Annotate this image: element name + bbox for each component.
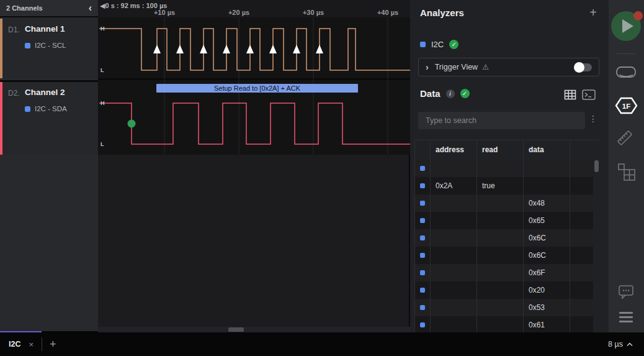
cell-extra bbox=[570, 194, 593, 212]
analyzers-title: Analyzers bbox=[420, 7, 464, 18]
column-header-address[interactable]: address bbox=[430, 140, 476, 160]
channels-header: 2 Channels ‹ bbox=[0, 0, 98, 17]
kebab-menu-icon[interactable]: ⋮ bbox=[589, 114, 597, 124]
cell-read: true bbox=[476, 177, 523, 194]
analyzer-color-icon bbox=[25, 43, 30, 48]
cell-extra bbox=[570, 247, 593, 264]
cell-extra bbox=[570, 281, 593, 299]
cell-extra bbox=[570, 212, 593, 229]
cell-read bbox=[476, 247, 523, 264]
data-section-header: Data i ✓ bbox=[420, 88, 470, 99]
run-capture-button[interactable] bbox=[611, 11, 641, 41]
timeline-tick-1: +20 µs bbox=[228, 9, 249, 16]
cell-extra bbox=[570, 299, 593, 316]
cell-data: 0x53 bbox=[523, 299, 570, 316]
toggle-knob[interactable] bbox=[574, 62, 584, 73]
expand-chevron-icon[interactable]: › bbox=[426, 63, 429, 71]
new-tab-button[interactable]: + bbox=[50, 338, 56, 351]
table-view-icon[interactable] bbox=[564, 89, 576, 100]
channel-1-id: D1. bbox=[8, 25, 20, 34]
column-header-extra bbox=[570, 140, 593, 160]
cell-addr: 0x2A bbox=[430, 177, 476, 194]
trigger-view-label: Trigger View bbox=[435, 63, 478, 71]
cell-addr bbox=[430, 281, 476, 299]
cell-addr bbox=[430, 264, 476, 281]
frame-marker-icon bbox=[420, 270, 425, 275]
cell-extra bbox=[570, 264, 593, 281]
add-analyzer-button[interactable]: + bbox=[589, 6, 597, 20]
cell-addr bbox=[430, 247, 476, 264]
warning-icon: ⚠ bbox=[482, 63, 489, 71]
search-input[interactable] bbox=[418, 112, 585, 129]
scl-waveform-row[interactable] bbox=[98, 17, 410, 78]
table-row[interactable] bbox=[415, 160, 593, 177]
trigger-view-toggle[interactable] bbox=[575, 63, 592, 71]
chevron-up-icon bbox=[627, 342, 633, 347]
horizontal-scrollbar-thumb[interactable] bbox=[228, 327, 244, 332]
table-row[interactable]: 0x20 bbox=[415, 281, 593, 299]
table-row[interactable]: 0x2Atrue bbox=[415, 177, 593, 194]
session-tab-i2c[interactable]: I2C × bbox=[0, 340, 42, 349]
table-row[interactable]: 0x65 bbox=[415, 212, 593, 229]
channels-sidebar: 2 Channels ‹ D1. Channel 1 I2C - SCL D2.… bbox=[0, 0, 98, 331]
cell-extra bbox=[570, 316, 593, 332]
cell-data: 0x61 bbox=[523, 316, 570, 332]
table-row[interactable]: 0x6C bbox=[415, 229, 593, 247]
cell-data bbox=[523, 177, 570, 194]
horizontal-scrollbar[interactable] bbox=[98, 327, 410, 332]
column-header-read[interactable]: read bbox=[476, 140, 523, 160]
info-icon[interactable]: i bbox=[446, 89, 455, 98]
analyzer-color-icon bbox=[25, 106, 30, 112]
cell-read bbox=[476, 264, 523, 281]
session-tab-bar: I2C × + 8 µs bbox=[0, 332, 644, 356]
trigger-view-row[interactable]: › Trigger View ⚠ bbox=[418, 58, 599, 76]
timescale-selector[interactable]: 8 µs bbox=[608, 332, 633, 356]
terminal-view-icon[interactable] bbox=[582, 89, 596, 100]
logic-analyzer-app: 2 Channels ‹ D1. Channel 1 I2C - SCL D2.… bbox=[0, 0, 644, 356]
channel-2-analyzer-tag: I2C - SDA bbox=[25, 105, 67, 112]
main-menu-icon[interactable] bbox=[619, 312, 633, 325]
channel-1-role-label: I2C - SCL bbox=[35, 42, 66, 49]
table-row[interactable]: 0x6F bbox=[415, 264, 593, 281]
table-row[interactable]: 0x6C bbox=[415, 247, 593, 264]
capture-mode-1f-icon[interactable]: 1F bbox=[615, 96, 638, 115]
data-title: Data bbox=[420, 88, 441, 99]
i2c-decode-annotation[interactable]: Setup Read to [0x2A] + ACK bbox=[156, 84, 358, 93]
channel-2-block[interactable]: D2. Channel 2 I2C - SDA bbox=[0, 80, 98, 155]
table-row[interactable]: 0x61 bbox=[415, 316, 593, 332]
cell-addr bbox=[430, 316, 476, 332]
tab-divider bbox=[42, 337, 42, 351]
analyzer-ok-icon: ✓ bbox=[449, 40, 458, 49]
cell-read bbox=[476, 281, 523, 299]
channel-2-color-strip bbox=[0, 82, 2, 155]
table-row[interactable]: 0x48 bbox=[415, 194, 593, 212]
timescale-label: 8 µs bbox=[608, 340, 623, 349]
channel-1-block[interactable]: D1. Channel 1 I2C - SCL bbox=[0, 19, 98, 78]
i2c-analyzer-item[interactable]: I2C ✓ bbox=[420, 40, 458, 49]
cell-read bbox=[476, 316, 523, 332]
column-header-data[interactable]: data bbox=[523, 140, 570, 160]
cell-data: 0x6C bbox=[523, 247, 570, 264]
frame-marker-icon bbox=[420, 166, 425, 171]
collapse-sidebar-icon[interactable]: ‹ bbox=[89, 3, 92, 13]
cell-extra bbox=[570, 229, 593, 247]
timeline-ruler[interactable]: ◀0 s : 92 ms : 100 µs +10 µs+20 µs+30 µs… bbox=[98, 0, 410, 17]
scl-low-label: L bbox=[101, 67, 104, 73]
measurements-ruler-icon[interactable] bbox=[616, 129, 633, 147]
device-settings-icon[interactable] bbox=[615, 65, 637, 81]
cell-data: 0x65 bbox=[523, 212, 570, 229]
waveform-area[interactable]: ◀0 s : 92 ms : 100 µs +10 µs+20 µs+30 µs… bbox=[98, 0, 410, 332]
cell-read bbox=[476, 299, 523, 316]
cell-addr bbox=[430, 229, 476, 247]
decoded-data-table: address read data 0x2Atrue0x480x650x6C0x… bbox=[414, 140, 599, 332]
cell-data bbox=[523, 160, 570, 177]
table-row[interactable]: 0x53 bbox=[415, 299, 593, 316]
comments-icon[interactable] bbox=[618, 285, 634, 299]
table-scrollbar-thumb[interactable] bbox=[594, 160, 599, 172]
cell-addr bbox=[430, 194, 476, 212]
close-tab-icon[interactable]: × bbox=[29, 340, 34, 349]
extensions-icon[interactable] bbox=[617, 163, 636, 181]
timeline-tick-3: +40 µs bbox=[377, 9, 398, 16]
channel-1-analyzer-tag: I2C - SCL bbox=[25, 42, 66, 49]
channel-1-name: Channel 1 bbox=[25, 24, 65, 34]
